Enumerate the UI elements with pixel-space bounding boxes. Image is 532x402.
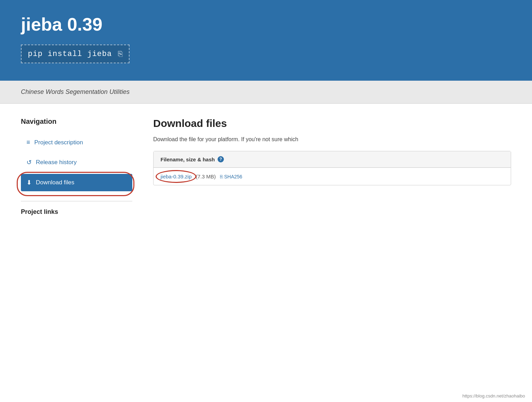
sha256-link[interactable]: ⎘ SHA256	[220, 174, 242, 179]
subtitle-text: Chinese Words Segementation Utilities	[21, 88, 130, 95]
sidebar-item-release-history[interactable]: ↺ Release history	[21, 154, 132, 171]
sidebar-divider	[21, 201, 132, 201]
file-table: Filename, size & hash ? jieba-0.39.zip (…	[153, 151, 511, 185]
sidebar: Navigation ≡ Project description ↺ Relea…	[21, 118, 132, 216]
copy-sha-icon: ⎘	[220, 174, 223, 179]
pip-install-box: pip install jieba ⎘	[21, 45, 130, 63]
file-table-header-label: Filename, size & hash	[161, 156, 215, 162]
sidebar-item-project-description[interactable]: ≡ Project description	[21, 134, 132, 151]
file-size: (7.3 MB)	[196, 174, 216, 179]
content-area: Download files Download the file for you…	[153, 118, 511, 216]
subtitle-bar: Chinese Words Segementation Utilities	[0, 81, 532, 104]
download-nav-wrapper: ⬇ Download files	[21, 174, 132, 194]
package-title: jieba 0.39	[21, 14, 511, 35]
sidebar-item-label: Project description	[34, 139, 83, 146]
page-header: jieba 0.39 pip install jieba ⎘	[0, 0, 532, 81]
content-title: Download files	[153, 118, 511, 129]
sidebar-item-label: Release history	[36, 159, 77, 166]
sidebar-title: Navigation	[21, 118, 132, 126]
table-row: jieba-0.39.zip (7.3 MB) ⎘ SHA256	[154, 168, 511, 185]
file-table-header: Filename, size & hash ?	[154, 151, 511, 168]
download-icon: ⬇	[26, 179, 32, 186]
history-icon: ↺	[26, 159, 32, 166]
help-icon[interactable]: ?	[218, 156, 224, 162]
pip-install-command: pip install jieba	[28, 50, 112, 58]
content-subtitle: Download the file for your platform. If …	[153, 136, 511, 143]
copy-icon[interactable]: ⎘	[118, 49, 123, 58]
project-links-title: Project links	[21, 208, 132, 216]
file-download-link[interactable]: jieba-0.39.zip	[161, 174, 191, 179]
main-content: Navigation ≡ Project description ↺ Relea…	[0, 104, 532, 230]
sidebar-item-label: Download files	[36, 179, 75, 186]
list-icon: ≡	[26, 139, 30, 146]
file-link-wrapper: jieba-0.39.zip	[161, 174, 191, 179]
sha-label: SHA256	[224, 174, 242, 179]
sidebar-item-download-files[interactable]: ⬇ Download files	[21, 174, 132, 191]
